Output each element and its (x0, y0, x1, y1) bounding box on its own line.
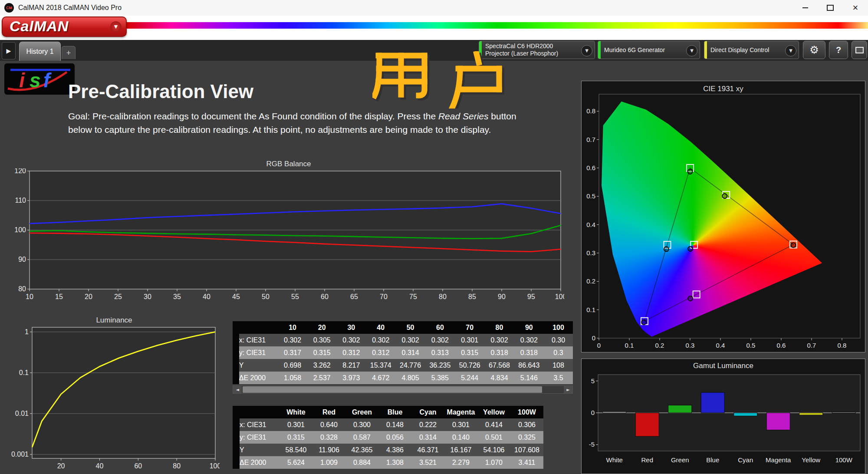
table-cell: 0.315 (455, 346, 484, 359)
table-cell: y: CIE31 (240, 431, 279, 444)
goal-line2: below to capture the pre-calibration rea… (68, 125, 491, 135)
table-cell: ΔE 2000 (239, 372, 278, 384)
help-button[interactable]: ? (829, 41, 848, 59)
tick-label: 30 (144, 293, 151, 300)
table-cell: 0.302 (425, 334, 455, 346)
scroll-left-button[interactable]: ◄ (233, 386, 242, 393)
table-cell: 0.317 (278, 346, 307, 359)
table-cell: 1.009 (312, 456, 345, 469)
table-cell (233, 359, 239, 372)
grayscale-readings-table: 102030405060708090100x: CIE310.3020.3050… (233, 321, 573, 385)
table-header-cell: Red (312, 406, 345, 418)
goal-read-series: Read Series (438, 111, 489, 121)
table-cell: 0.305 (307, 334, 337, 346)
table-cell: 0.302 (395, 334, 425, 346)
table-cell: Y (240, 444, 279, 456)
settings-button[interactable]: ⚙ (803, 41, 825, 59)
chart-title: CIE 1931 xy (582, 85, 865, 93)
maximize-button[interactable] (818, 0, 843, 16)
tick-label: 20 (57, 462, 65, 470)
luminance-svg: 10.10.010.00120406080100 (9, 325, 220, 472)
table-cell: 0.315 (307, 346, 337, 359)
tick-label: 70 (380, 293, 388, 300)
tick-label: 0.3 (686, 342, 695, 349)
tab-history-1[interactable]: History 1 (19, 42, 61, 61)
table-cell: 0.056 (378, 431, 411, 444)
calman-logo-text: CalMAN (10, 18, 69, 35)
chart-title: Luminance (9, 316, 220, 325)
table-cell: 0.302 (366, 334, 395, 346)
table-cell: 108 (544, 359, 573, 372)
table-cell: 42.365 (345, 444, 378, 456)
table-cell: 0.302 (337, 334, 366, 346)
table-header-cell: 40 (366, 321, 395, 334)
table-cell: 0.301 (279, 418, 312, 431)
table-cell (233, 334, 239, 346)
tick-label: 0.01 (15, 410, 29, 417)
expand-panel-button[interactable]: ▶ (2, 42, 16, 59)
table-cell: 46.371 (411, 444, 444, 456)
minimize-icon (802, 7, 808, 8)
table-cell: ΔE 2000 (240, 456, 279, 469)
table-header-row: 102030405060708090100 (233, 321, 573, 334)
table-cell: 0.640 (312, 418, 345, 431)
measured-magenta (688, 296, 693, 301)
generator-device-dropdown[interactable]: Murideo 6G Generator ▼ (598, 41, 700, 59)
calman-menu-button[interactable]: CalMAN ▼ (2, 16, 127, 37)
add-tab-button[interactable]: + (62, 46, 76, 59)
chevron-down-icon[interactable]: ▼ (686, 45, 697, 56)
header-band: CalMAN ▼ (0, 16, 868, 40)
scrollbar-track[interactable] (242, 386, 564, 393)
table-cell: 0.312 (337, 346, 366, 359)
bar-magenta (766, 413, 790, 430)
table-cell (233, 418, 240, 431)
scroll-right-button[interactable]: ► (564, 386, 572, 393)
table-cell: x: CIE31 (240, 418, 279, 431)
table-cell: 2.537 (307, 372, 337, 384)
titlebar: CM CalMAN 2018 CalMAN Video Pro × (0, 0, 868, 16)
tick-label: 15 (55, 293, 63, 300)
chevron-down-icon[interactable]: ▼ (581, 45, 592, 56)
luminance-chart: Luminance 10.10.010.00120406080100 (9, 315, 220, 472)
tick-label: 20 (85, 293, 92, 300)
table-header-cell (239, 321, 278, 334)
bar-white (603, 412, 626, 413)
bar-cyan (734, 413, 757, 416)
tick-label: 0.6 (586, 164, 595, 171)
table-cell: 4.834 (484, 372, 514, 384)
close-button[interactable]: × (843, 0, 868, 16)
data-table: WhiteRedGreenBlueCyanMagentaYellow100Wx:… (233, 406, 543, 469)
display-control-dropdown[interactable]: Direct Display Control ▼ (704, 41, 799, 59)
table-row: Y58.54011.90642.3654.38646.37116.16754.1… (233, 444, 543, 456)
tick-label: 0.5 (746, 342, 756, 349)
workspace-toggle-button[interactable] (852, 41, 867, 59)
main-content: i s f Pre-Calibration View Goal: Pre-cal… (0, 61, 868, 474)
meter-device-dropdown[interactable]: SpectraCal C6 HDR2000 Projector (Laser P… (479, 41, 595, 59)
table-cell: 1.070 (477, 456, 510, 469)
tick-label: 100W (835, 456, 853, 464)
table-horizontal-scrollbar[interactable]: ◄ ► (233, 385, 573, 394)
table-cell (233, 346, 239, 359)
tick-label: 55 (291, 293, 299, 300)
display-status-indicator (704, 41, 707, 59)
meter-status-indicator (479, 41, 482, 59)
chevron-down-icon[interactable]: ▼ (785, 45, 796, 56)
table-row: ΔE 20005.6241.0090.8841.3083.5212.2791.0… (233, 456, 543, 469)
minimize-button[interactable] (792, 0, 818, 16)
scrollbar-thumb[interactable] (243, 386, 542, 393)
generator-status-indicator (598, 41, 601, 59)
meter-device-line1: SpectraCal C6 HDR2000 (485, 43, 579, 50)
table-header-cell: 10 (278, 321, 307, 334)
table-cell: 54.106 (477, 444, 510, 456)
table-cell: 8.217 (337, 359, 366, 372)
table-cell: 0.300 (345, 418, 378, 431)
table-row: x: CIE310.3020.3050.3020.3020.3020.3020.… (233, 334, 573, 346)
table-cell: 86.643 (514, 359, 544, 372)
tick-label: 0 (592, 334, 595, 342)
tick-label: 40 (96, 462, 104, 470)
tick-label: 35 (173, 293, 181, 300)
measured-red (791, 243, 796, 247)
table-header-row: WhiteRedGreenBlueCyanMagentaYellow100W (233, 406, 543, 418)
tick-label: 0.4 (586, 221, 595, 228)
table-cell: 0.328 (312, 431, 345, 444)
